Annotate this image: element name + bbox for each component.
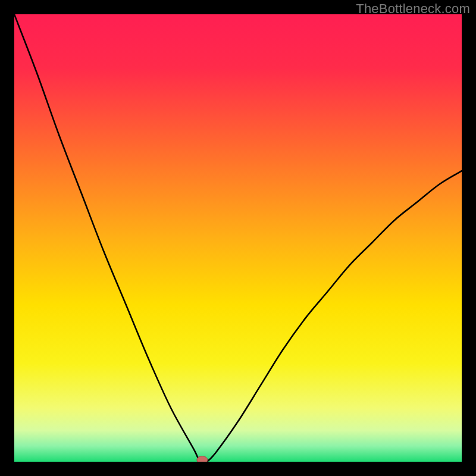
bottleneck-chart [14, 14, 462, 462]
optimal-marker [197, 456, 208, 462]
gradient-background [14, 14, 462, 462]
chart-frame: TheBottleneck.com [0, 0, 476, 476]
watermark-text: TheBottleneck.com [356, 1, 470, 17]
plot-area [14, 14, 462, 462]
